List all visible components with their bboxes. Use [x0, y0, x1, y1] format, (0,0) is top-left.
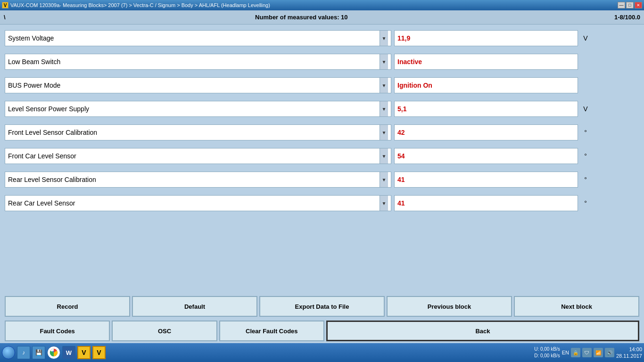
- button-row-2: Fault CodesOSCClear Fault CodesBack: [0, 319, 644, 343]
- btn-clear[interactable]: Clear Fault Codes: [219, 321, 324, 341]
- taskbar: ♪ 💾 W V V U: 0,00 kB/s D: 0,00 kB/s EN 🔒…: [0, 343, 644, 362]
- download-speed: 0,00 kB/s: [540, 353, 560, 358]
- meas-label-text-7: Rear Level Sensor Calibration: [8, 176, 380, 183]
- download-label: D:: [534, 353, 539, 358]
- btn-fault[interactable]: Fault Codes: [5, 321, 110, 341]
- meas-value-8: 41: [394, 195, 578, 211]
- main-content: System Voltage▼11,9VLow Beam Switch▼Inac…: [0, 25, 644, 294]
- meas-label-text-1: System Voltage: [8, 34, 380, 42]
- btn-osc[interactable]: OSC: [112, 321, 217, 341]
- meas-label-7: Rear Level Sensor Calibration▼: [5, 172, 391, 188]
- taskbar-save-icon[interactable]: 💾: [32, 346, 45, 359]
- meas-label-1: System Voltage▼: [5, 30, 391, 46]
- meas-dropdown-6[interactable]: ▼: [380, 148, 388, 164]
- title-bar: V VAUX-COM 120309a- Measuring Blocks> 20…: [0, 0, 644, 10]
- shield-icon: 🛡: [582, 348, 592, 357]
- meas-label-6: Front Car Level Sensor▼: [5, 148, 391, 164]
- meas-label-8: Rear Car Level Sensor▼: [5, 195, 391, 211]
- volume-icon[interactable]: 🔊: [605, 348, 614, 357]
- meas-label-text-2: Low Beam Switch: [8, 58, 380, 66]
- taskbar-word-icon[interactable]: W: [62, 346, 75, 359]
- upload-speed: 0,00 kB/s: [540, 346, 560, 352]
- upload-label: U:: [534, 346, 539, 352]
- meas-label-text-3: BUS Power Mode: [8, 82, 380, 89]
- meas-label-text-6: Front Car Level Sensor: [8, 152, 380, 160]
- start-button[interactable]: [2, 346, 15, 359]
- meas-label-2: Low Beam Switch▼: [5, 54, 391, 70]
- network-icon: 📶: [594, 348, 603, 357]
- clock-date: 28.11.2017: [616, 353, 642, 359]
- measurement-row-2: Low Beam Switch▼Inactive: [5, 51, 639, 73]
- measurement-row-4: Level Sensor Power Supply▼5,1V: [5, 98, 639, 120]
- meas-dropdown-8[interactable]: ▼: [380, 196, 388, 211]
- taskbar-vaux-icon-1[interactable]: V: [77, 346, 91, 359]
- lock-icon: 🔒: [571, 348, 580, 357]
- meas-label-text-8: Rear Car Level Sensor: [8, 199, 380, 207]
- measurement-row-5: Front Level Sensor Calibration▼42°: [5, 122, 639, 143]
- meas-value-7: 41: [394, 172, 578, 188]
- minimize-button[interactable]: —: [618, 2, 625, 8]
- header-row: \ Number of measured values: 10 1-8/10 0…: [0, 10, 644, 25]
- meas-label-3: BUS Power Mode▼: [5, 77, 391, 93]
- title-bar-controls[interactable]: — □ ✕: [618, 2, 642, 8]
- meas-dropdown-7[interactable]: ▼: [380, 172, 388, 187]
- language-indicator: EN: [562, 350, 569, 355]
- button-row-1: RecordDefaultExport Data to FilePrevious…: [0, 294, 644, 319]
- meas-value-6: 54: [394, 148, 578, 164]
- measurement-row-3: BUS Power Mode▼Ignition On: [5, 74, 639, 96]
- meas-label-4: Level Sensor Power Supply▼: [5, 101, 391, 117]
- title-bar-left: V VAUX-COM 120309a- Measuring Blocks> 20…: [2, 2, 270, 8]
- title-bar-text: VAUX-COM 120309a- Measuring Blocks> 2007…: [10, 2, 270, 8]
- app-icon: V: [2, 2, 8, 8]
- meas-dropdown-4[interactable]: ▼: [380, 101, 388, 116]
- network-stats: U: 0,00 kB/s D: 0,00 kB/s: [534, 346, 560, 359]
- meas-unit-6: °: [581, 152, 590, 160]
- taskbar-right: U: 0,00 kB/s D: 0,00 kB/s EN 🔒 🛡 📶 🔊 14:…: [534, 346, 642, 360]
- taskbar-chrome-icon[interactable]: [47, 346, 60, 359]
- header-separator: \: [4, 14, 6, 21]
- meas-dropdown-1[interactable]: ▼: [380, 31, 388, 46]
- taskbar-vaux-icon-2[interactable]: V: [92, 346, 106, 359]
- meas-label-text-4: Level Sensor Power Supply: [8, 105, 380, 113]
- measured-values-label: Number of measured values: 10: [8, 14, 595, 21]
- meas-label-5: Front Level Sensor Calibration▼: [5, 124, 391, 140]
- meas-value-1: 11,9: [394, 30, 578, 46]
- clock-time: 14:00: [616, 346, 642, 353]
- btn-default[interactable]: Default: [132, 296, 257, 317]
- meas-unit-4: V: [581, 105, 590, 113]
- btn-back[interactable]: Back: [326, 321, 639, 341]
- btn-export[interactable]: Export Data to File: [259, 296, 385, 317]
- btn-record[interactable]: Record: [5, 296, 130, 317]
- meas-unit-5: °: [581, 129, 590, 136]
- meas-dropdown-5[interactable]: ▼: [380, 125, 388, 140]
- meas-unit-8: °: [581, 199, 590, 207]
- taskbar-speaker-icon[interactable]: ♪: [17, 346, 30, 359]
- header-range: 1-8/10: [614, 14, 632, 21]
- meas-unit-7: °: [581, 176, 590, 183]
- measurement-row-1: System Voltage▼11,9V: [5, 27, 639, 49]
- clock: 14:00 28.11.2017: [616, 346, 642, 360]
- meas-label-text-5: Front Level Sensor Calibration: [8, 129, 380, 136]
- close-button[interactable]: ✕: [635, 2, 642, 8]
- measurement-row-6: Front Car Level Sensor▼54°: [5, 145, 639, 167]
- meas-value-3: Ignition On: [394, 77, 578, 93]
- meas-dropdown-3[interactable]: ▼: [380, 78, 388, 93]
- meas-value-5: 42: [394, 124, 578, 140]
- btn-prev[interactable]: Previous block: [387, 296, 512, 317]
- measurement-row-8: Rear Car Level Sensor▼41°: [5, 192, 639, 214]
- meas-dropdown-2[interactable]: ▼: [380, 54, 388, 69]
- maximize-button[interactable]: □: [626, 2, 634, 8]
- meas-unit-1: V: [581, 34, 590, 42]
- measurement-row-7: Rear Level Sensor Calibration▼41°: [5, 169, 639, 190]
- header-value: 0.0: [632, 14, 640, 21]
- meas-value-4: 5,1: [394, 101, 578, 117]
- btn-next[interactable]: Next block: [514, 296, 639, 317]
- meas-value-2: Inactive: [394, 54, 578, 70]
